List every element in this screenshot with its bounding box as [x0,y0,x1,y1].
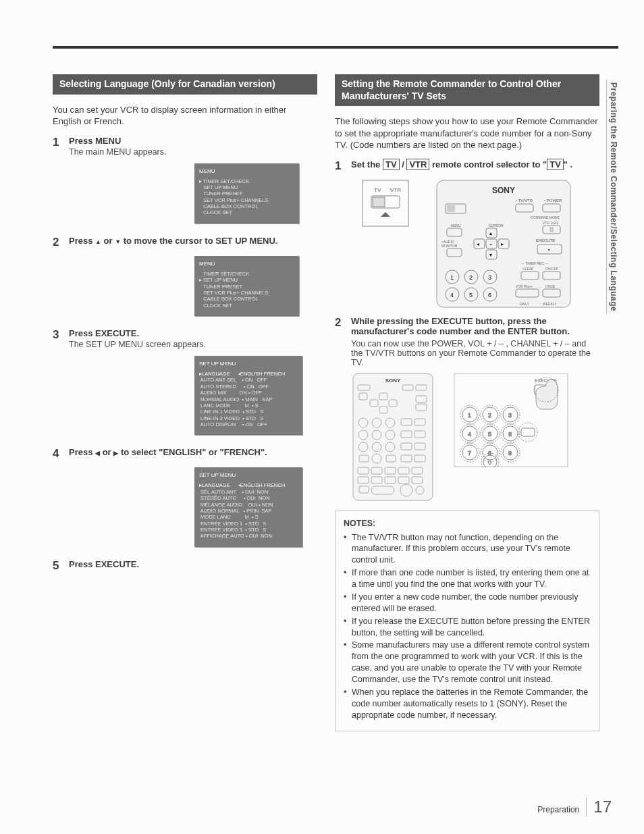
svg-rect-0 [363,180,408,226]
notes-box: NOTES: The TV/VTR button may not functio… [335,511,599,731]
screen-line: TUNER PRESET [199,284,294,290]
svg-text:7: 7 [468,450,471,457]
screen-line: SET VCR Plus+ CHANNELS [199,197,294,203]
step-title: Press EXECUTE. [69,328,317,338]
step-title: Press or to select "ENGLISH" or "FRENCH"… [69,447,317,457]
screen-line: STÉRÉO AUTO • OUI NON [199,495,298,501]
screen-line: AUTO DISPLAY • ON OFF [199,421,298,427]
left-header: Selecting Language (Only for Canadian ve… [53,74,317,95]
right-intro: The following steps show you how to use … [335,115,599,151]
footer-section: Preparation [537,805,579,814]
screen-line: SET UP MENU [199,184,294,190]
remote-figure-1: TV VTR SONY • TV/VTR • POWER COMMAND MOD… [362,180,599,308]
svg-rect-4 [373,197,385,207]
svg-text:ON/OFF: ON/OFF [545,267,558,271]
top-rule [53,46,618,49]
page-footer: Preparation 17 [537,798,612,816]
screen-line: CLOCK SET [199,209,294,215]
left-step-3: 3 Press EXECUTE. The SET UP MENU screen … [53,328,317,349]
svg-text:— TIMER REC —: — TIMER REC — [521,261,548,265]
svg-text:TV: TV [374,187,381,193]
press-detail-icon: EXECUTE 1 2 3 4 5 6 7 8 9 [454,373,568,467]
svg-text:4: 4 [468,431,471,438]
t: Press [69,236,95,246]
screen-line: MÉLANGE AUDIO OUI • NON [199,502,298,508]
svg-text:6: 6 [508,431,512,438]
screen-title: SET UP MENU [199,472,298,479]
svg-text:▴: ▴ [489,230,492,236]
svg-text:5: 5 [488,431,491,438]
screen-title: SET UP MENU [199,361,298,367]
screen-title: MENU [199,168,294,175]
svg-text:COMMAND MODE: COMMAND MODE [531,215,560,219]
step-sub: You can now use the POWER, VOL + / – , C… [351,339,599,367]
step-number: 2 [335,316,344,367]
svg-text:6: 6 [488,292,491,298]
arrow-up-icon [95,236,101,246]
step-sub: The main MENU appears. [69,147,317,157]
right-step-2: 2 While pressing the EXECUTE button, pre… [335,316,599,367]
screen-line: LINE IN 3 VIDEO • STD S [199,415,298,421]
note-item: If you enter a new code number, the code… [344,592,591,615]
svg-text:2: 2 [469,274,473,281]
notes-title: NOTES: [344,518,591,529]
screen-line: ▸LANGUAGE •ENGLISH FRENCH [199,371,298,377]
svg-rect-15 [549,227,554,232]
svg-text:CLEAR: CLEAR [522,267,534,271]
svg-text:VTR: VTR [390,187,401,193]
screen-line: NORMAL AUDIO • MAIN SAP [199,396,298,402]
tv-key-icon: TV [547,159,564,170]
svg-text:1: 1 [450,274,454,281]
svg-text:5: 5 [469,292,473,298]
svg-text:0: 0 [488,459,491,466]
screen-line: ENTRÉE VIDEO 1 • STD S [199,521,298,527]
screen-line: ENTRÉE VIDEO 3 • STD S [199,527,298,533]
note-item: The TV/VTR button may not function, depe… [344,532,591,567]
step-number: 4 [53,447,62,461]
svg-rect-58 [353,373,433,500]
screen-line: TUNER PRESET [199,190,294,197]
remote-full-icon: SONY [352,373,433,501]
t: Set the [351,159,383,170]
screen-line: LANC MODE M • S [199,402,298,409]
note-item: When you replace the batteries in the Re… [344,687,591,721]
screen-title: MENU [199,261,294,267]
step-title: Press MENU [69,136,317,146]
t: or [101,236,115,246]
step-sub: The SET UP MENU screen appears. [69,340,317,349]
svg-rect-11 [447,205,455,212]
brand-label: SONY [492,186,515,195]
svg-text:CURSOR: CURSOR [489,224,504,228]
remote-commander-icon: SONY • TV/VTR • POWER COMMAND MODE VTR 1… [436,180,571,308]
step-number: 5 [53,559,62,573]
svg-text:ONCE: ONCE [545,284,556,288]
svg-text:• TV/VTR: • TV/VTR [516,199,533,203]
setup-screen-1: SET UP MENU ▸LANGUAGE •ENGLISH FRENCH AU… [194,356,302,435]
svg-rect-119 [521,428,535,436]
svg-text:EXECUTE: EXECUTE [536,238,555,242]
svg-text:▾: ▾ [489,252,492,258]
svg-text:SONY: SONY [385,377,401,384]
screen-line: AFFICHAGE AUTO • OUI NON [199,533,298,539]
t: to select "ENGLISH" or "FRENCH". [118,447,267,457]
screen-line: SET VCR Plus+ CHANNELS [199,290,294,296]
menu-screen-1: MENU ▸ TIMER SET/CHECK SET UP MENU TUNER… [194,163,299,224]
step-title: Press or to move the cursor to SET UP ME… [69,236,317,246]
t: remote control selector to " [429,159,547,170]
t: or [100,447,113,457]
right-step-1: 1 Set the TV / VTR remote control select… [335,159,599,173]
step-title: While pressing the EXECUTE button, press… [351,316,599,336]
screen-line: AUTO STEREO • ON OFF [199,384,298,390]
screen-line: MODE LANC M • S [199,514,298,520]
right-header: Setting the Remote Commander to Control … [335,74,599,106]
screen-line: ▸LANGUAGE •ENGLISH FRENCH [199,482,298,488]
t: " . [564,159,572,170]
note-item: Some manufacturers may use a different r… [344,640,591,685]
step-number: 1 [53,136,62,157]
setup-screen-2: SET UP MENU ▸LANGUAGE •ENGLISH FRENCH SÉ… [194,467,302,546]
svg-text:DAILY: DAILY [520,302,530,306]
left-intro: You can set your VCR to display screen i… [53,104,317,128]
left-step-2: 2 Press or to move the cursor to SET UP … [53,236,317,249]
screen-line: ▸ SET UP MENU [199,277,294,283]
svg-text:1: 1 [468,412,471,419]
